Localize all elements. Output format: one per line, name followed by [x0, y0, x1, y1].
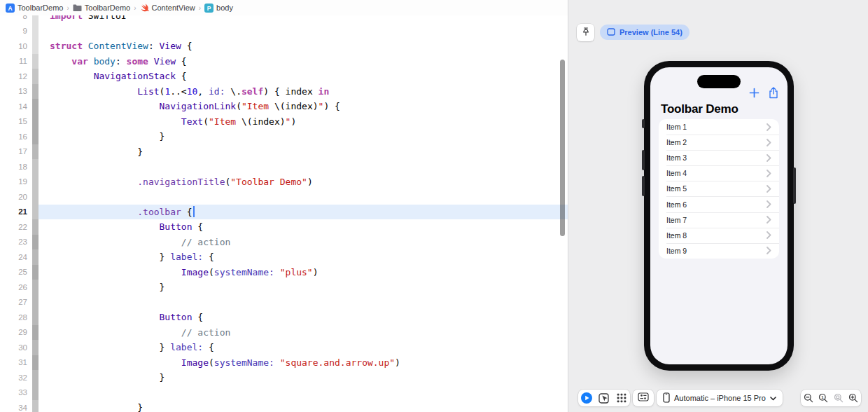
line-number[interactable]: 20	[0, 189, 32, 205]
line-number[interactable]: 9	[0, 24, 32, 39]
code-line[interactable]: 24 } label: {	[0, 249, 568, 265]
pin-preview-button[interactable]	[577, 24, 594, 41]
code-line[interactable]: 25 Image(systemName: "plus")	[0, 265, 568, 280]
nesting-ribbon	[32, 84, 38, 99]
line-number[interactable]: 21	[0, 205, 32, 220]
line-number[interactable]: 29	[0, 325, 32, 341]
nesting-ribbon	[32, 205, 38, 220]
list-item[interactable]: Item 5	[659, 181, 779, 196]
line-number[interactable]: 23	[0, 235, 32, 250]
device-settings-icon	[638, 392, 649, 404]
line-number[interactable]: 25	[0, 265, 32, 280]
breadcrumb-item-contentview[interactable]: ContentView	[140, 4, 195, 13]
breadcrumb-item-toolbardemo[interactable]: AToolbarDemo	[6, 4, 63, 13]
device-picker-label: Automatic – iPhone 15 Pro	[674, 394, 766, 402]
nesting-ribbon	[32, 370, 38, 385]
line-number[interactable]: 17	[0, 144, 32, 160]
code-line[interactable]: 10struct ContentView: View {	[0, 39, 568, 54]
list-item[interactable]: Item 4	[659, 165, 779, 181]
code-line[interactable]: 30 } label: {	[0, 340, 568, 355]
line-number[interactable]: 19	[0, 174, 32, 190]
code-line[interactable]: 22 Button {	[0, 219, 568, 235]
code-line[interactable]: 31 Image(systemName: "square.and.arrow.u…	[0, 355, 568, 371]
editor-scrollbar[interactable]	[560, 60, 565, 236]
line-number[interactable]: 31	[0, 355, 32, 371]
chevron-right-icon	[766, 185, 771, 193]
code-line[interactable]: 27	[0, 295, 568, 310]
line-number[interactable]: 24	[0, 249, 32, 265]
code-line[interactable]: 16 }	[0, 129, 568, 144]
code-line[interactable]: 21 .toolbar {	[0, 205, 568, 220]
list-item[interactable]: Item 8	[659, 228, 779, 243]
nesting-ribbon	[32, 385, 38, 401]
live-preview-button[interactable]	[579, 390, 595, 406]
line-number[interactable]: 27	[0, 295, 32, 310]
line-number[interactable]: 16	[0, 129, 32, 144]
list-item-label: Item 8	[666, 231, 687, 240]
line-number[interactable]: 13	[0, 84, 32, 99]
code-line[interactable]: 29 // action	[0, 325, 568, 341]
line-number[interactable]: 8	[0, 15, 32, 24]
line-number[interactable]: 22	[0, 219, 32, 235]
code-line[interactable]: 15 Text("Item \(index)")	[0, 114, 568, 130]
line-number[interactable]: 11	[0, 54, 32, 69]
share-toolbar-button[interactable]	[769, 87, 778, 99]
selectable-mode-button[interactable]	[596, 390, 612, 406]
code-text: Image(systemName: "plus")	[38, 265, 568, 280]
code-editor[interactable]: 8import SwiftUI910struct ContentView: Vi…	[0, 15, 568, 412]
preview-canvas: Preview (Line 54) Toolbar Demo Item 1Ite…	[568, 0, 868, 412]
line-number[interactable]: 33	[0, 385, 32, 401]
code-line[interactable]: 18	[0, 159, 568, 174]
code-line[interactable]: 26 }	[0, 280, 568, 295]
code-line[interactable]: 20	[0, 189, 568, 205]
preview-tab[interactable]: Preview (Line 54)	[600, 25, 690, 40]
line-number[interactable]: 32	[0, 370, 32, 385]
breadcrumb-item-toolbardemo[interactable]: ToolbarDemo	[73, 4, 130, 12]
code-line[interactable]: 34 }	[0, 400, 568, 412]
line-number[interactable]: 26	[0, 280, 32, 295]
code-line[interactable]: 17 }	[0, 144, 568, 160]
add-toolbar-button[interactable]	[749, 88, 760, 98]
device-picker[interactable]: Automatic – iPhone 15 Pro	[657, 390, 783, 406]
code-line[interactable]: 9	[0, 24, 568, 39]
code-line[interactable]: 33	[0, 385, 568, 401]
list-item[interactable]: Item 1	[659, 119, 779, 135]
list-item[interactable]: Item 6	[659, 196, 779, 212]
dynamic-island	[697, 75, 741, 88]
line-number[interactable]: 12	[0, 69, 32, 84]
line-number[interactable]: 34	[0, 400, 32, 412]
zoom-100-button[interactable]: 1	[818, 393, 828, 403]
code-line[interactable]: 32 }	[0, 370, 568, 385]
nav-title: Toolbar Demo	[661, 102, 738, 116]
breadcrumb-separator: ›	[199, 4, 201, 12]
code-line[interactable]: 12 NavigationStack {	[0, 69, 568, 84]
code-line[interactable]: 14 NavigationLink("Item \(index)") {	[0, 99, 568, 114]
zoom-out-button[interactable]	[804, 393, 813, 403]
code-text: }	[38, 129, 568, 144]
list-item[interactable]: Item 3	[659, 150, 779, 165]
chevron-right-icon	[766, 123, 771, 131]
line-number[interactable]: 18	[0, 159, 32, 174]
line-number[interactable]: 30	[0, 340, 32, 355]
line-number[interactable]: 10	[0, 39, 32, 54]
breadcrumb-item-body[interactable]: Pbody	[204, 4, 233, 13]
swift-file-icon	[140, 4, 149, 13]
iphone-preview: Toolbar Demo Item 1Item 2Item 3Item 4Ite…	[644, 61, 794, 371]
line-number[interactable]: 28	[0, 310, 32, 325]
nesting-ribbon	[32, 189, 38, 205]
property-icon: P	[204, 4, 214, 13]
code-line[interactable]: 11 var body: some View {	[0, 54, 568, 69]
code-line[interactable]: 13 List(1..<10, id: \.self) { index in	[0, 84, 568, 99]
line-number[interactable]: 14	[0, 99, 32, 114]
code-line[interactable]: 28 Button {	[0, 310, 568, 325]
variants-mode-button[interactable]	[613, 390, 629, 406]
list-item[interactable]: Item 7	[659, 212, 779, 228]
list-item[interactable]: Item 9	[659, 243, 779, 259]
device-settings-button[interactable]	[633, 390, 654, 406]
list-item[interactable]: Item 2	[659, 135, 779, 150]
line-number[interactable]: 15	[0, 114, 32, 130]
code-line[interactable]: 8import SwiftUI	[0, 15, 568, 24]
code-line[interactable]: 23 // action	[0, 235, 568, 250]
code-line[interactable]: 19 .navigationTitle("Toolbar Demo")	[0, 174, 568, 190]
zoom-in-button[interactable]	[848, 393, 858, 403]
